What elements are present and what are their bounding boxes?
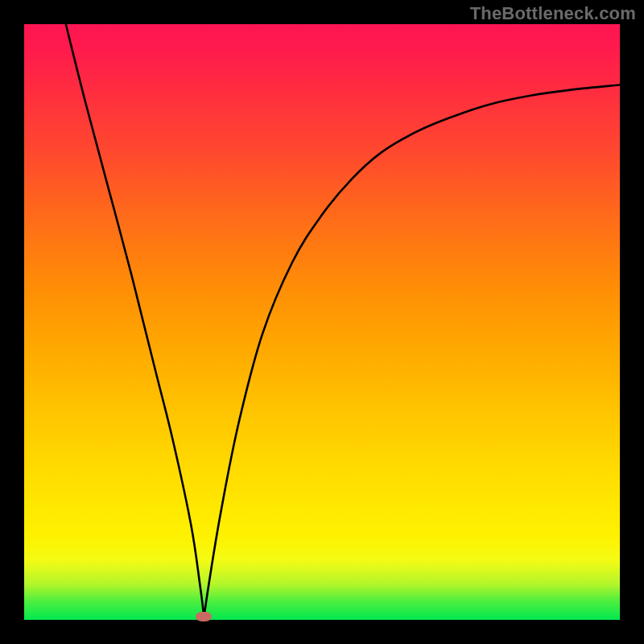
optimum-marker bbox=[196, 612, 212, 621]
curve-svg bbox=[24, 24, 620, 620]
bottleneck-curve bbox=[66, 24, 620, 617]
plot-area bbox=[24, 24, 620, 620]
chart-frame: TheBottleneck.com bbox=[0, 0, 644, 644]
watermark-text: TheBottleneck.com bbox=[470, 3, 636, 24]
